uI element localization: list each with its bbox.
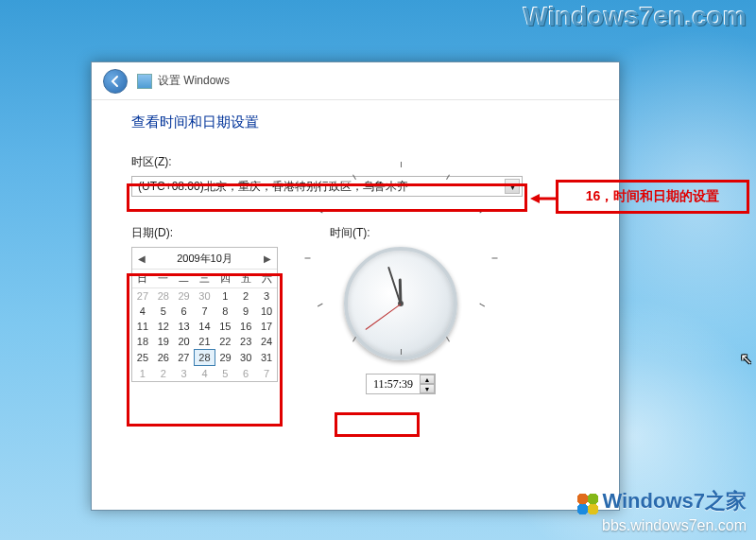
calendar-weekday: 一 <box>153 270 174 288</box>
back-button[interactable] <box>103 69 128 94</box>
calendar-day[interactable]: 3 <box>256 288 277 305</box>
calendar-day[interactable]: 20 <box>174 334 195 350</box>
calendar-day[interactable]: 4 <box>195 366 215 382</box>
calendar-day[interactable]: 29 <box>174 288 195 305</box>
calendar-day[interactable]: 27 <box>132 288 153 305</box>
calendar-weekday: 日 <box>132 270 153 288</box>
calendar-day[interactable]: 25 <box>132 350 153 366</box>
calendar-day[interactable]: 7 <box>195 304 215 319</box>
calendar-weekday: 三 <box>195 270 215 288</box>
time-spinner-up[interactable]: ▲ <box>420 375 435 384</box>
calendar-day[interactable]: 28 <box>153 288 174 305</box>
dialog-header: 设置 Windows <box>92 62 619 100</box>
calendar-day[interactable]: 30 <box>195 288 215 305</box>
calendar-day[interactable]: 2 <box>235 288 256 305</box>
timezone-select[interactable]: (UTC+08:00)北京，重庆，香港特别行政区，乌鲁木齐 ▾ <box>131 176 523 197</box>
calendar-day[interactable]: 16 <box>235 319 256 334</box>
calendar-day[interactable]: 6 <box>174 304 195 319</box>
calendar-day[interactable]: 30 <box>235 350 256 366</box>
timezone-label: 时区(Z): <box>131 154 579 170</box>
calendar[interactable]: ◀ 2009年10月 ▶ 日一二三四五六27282930123456789101… <box>131 247 278 382</box>
date-label: 日期(D): <box>131 225 292 241</box>
mouse-cursor-icon: ↖ <box>740 350 752 368</box>
calendar-day[interactable]: 27 <box>174 350 195 366</box>
time-field[interactable]: ▲ ▼ <box>366 374 436 394</box>
timezone-selected-value: (UTC+08:00)北京，重庆，香港特别行政区，乌鲁木齐 <box>138 179 408 195</box>
chevron-down-icon: ▾ <box>505 179 520 194</box>
calendar-day[interactable]: 31 <box>256 350 277 366</box>
calendar-weekday: 二 <box>174 270 195 288</box>
prev-month-button[interactable]: ◀ <box>138 253 146 264</box>
calendar-day[interactable]: 21 <box>195 334 215 350</box>
calendar-day[interactable]: 7 <box>256 366 277 382</box>
calendar-day[interactable]: 8 <box>215 304 235 319</box>
calendar-day[interactable]: 13 <box>174 319 195 334</box>
watermark-top: Windows7en.com <box>524 2 747 32</box>
calendar-day[interactable]: 4 <box>132 304 153 319</box>
calendar-day[interactable]: 15 <box>215 319 235 334</box>
calendar-day[interactable]: 14 <box>195 319 215 334</box>
time-input[interactable] <box>367 375 420 392</box>
calendar-day[interactable]: 28 <box>195 350 215 366</box>
calendar-day[interactable]: 1 <box>132 366 153 382</box>
time-spinner-down[interactable]: ▼ <box>420 384 435 393</box>
calendar-weekday: 五 <box>235 270 256 288</box>
calendar-day[interactable]: 1 <box>215 288 235 305</box>
analog-clock <box>344 247 457 360</box>
arrow-left-icon <box>109 75 122 88</box>
calendar-day[interactable]: 10 <box>256 304 277 319</box>
calendar-day[interactable]: 11 <box>132 319 153 334</box>
calendar-day[interactable]: 26 <box>153 350 174 366</box>
next-month-button[interactable]: ▶ <box>264 253 271 264</box>
calendar-day[interactable]: 22 <box>215 334 235 350</box>
calendar-day[interactable]: 5 <box>153 304 174 319</box>
calendar-weekday: 四 <box>215 270 235 288</box>
calendar-day[interactable]: 17 <box>256 319 277 334</box>
calendar-day[interactable]: 18 <box>132 334 153 350</box>
calendar-day[interactable]: 19 <box>153 334 174 350</box>
calendar-day[interactable]: 3 <box>174 366 195 382</box>
calendar-day[interactable]: 12 <box>153 319 174 334</box>
calendar-day[interactable]: 5 <box>215 366 235 382</box>
setup-dialog: 设置 Windows 查看时间和日期设置 时区(Z): (UTC+08:00)北… <box>91 61 620 511</box>
calendar-day[interactable]: 23 <box>235 334 256 350</box>
calendar-day[interactable]: 24 <box>256 334 277 350</box>
dialog-title: 设置 Windows <box>158 73 230 89</box>
annotation-note: 16，时间和日期的设置 <box>556 180 749 214</box>
calendar-month-title: 2009年10月 <box>177 252 232 266</box>
time-label: 时间(T): <box>330 225 472 241</box>
calendar-weekday: 六 <box>256 270 277 288</box>
calendar-day[interactable]: 9 <box>235 304 256 319</box>
calendar-day[interactable]: 6 <box>235 366 256 382</box>
page-title: 查看时间和日期设置 <box>131 113 579 131</box>
window-icon <box>137 74 152 89</box>
calendar-day[interactable]: 29 <box>215 350 235 366</box>
calendar-day[interactable]: 2 <box>153 366 174 382</box>
